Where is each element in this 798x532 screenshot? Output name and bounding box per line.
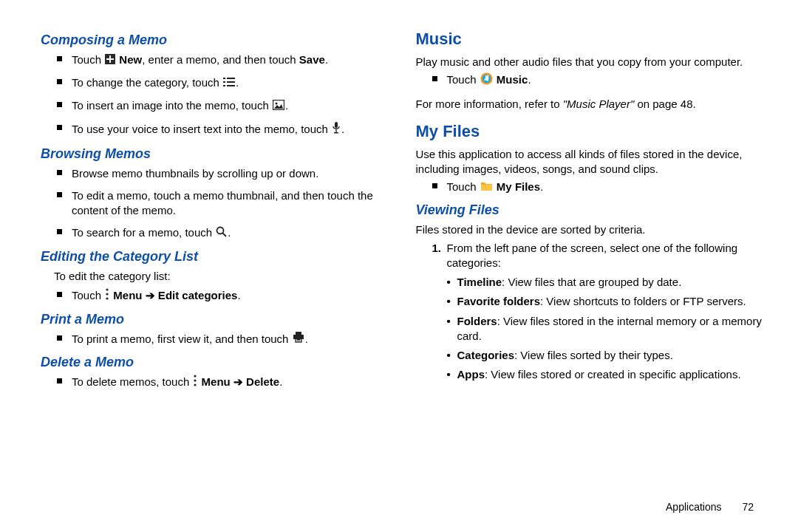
image-icon bbox=[273, 99, 284, 114]
myfiles-list: Touch My Files. bbox=[416, 180, 765, 195]
svg-point-17 bbox=[106, 293, 109, 296]
heading-delete-memo: Delete a Memo bbox=[41, 355, 390, 370]
svg-point-16 bbox=[106, 289, 109, 291]
left-column: Composing a Memo Touch New, enter a memo… bbox=[41, 30, 390, 398]
svg-rect-6 bbox=[227, 81, 235, 83]
microphone-icon bbox=[332, 121, 341, 138]
list-item: Apps: View files stored or created in sp… bbox=[447, 367, 765, 382]
footer-page-number: 72 bbox=[742, 501, 754, 513]
browsing-list: Browse memo thumbnails by scrolling up o… bbox=[41, 166, 390, 242]
viewing-intro: Files stored in the device are sorted by… bbox=[416, 222, 765, 237]
right-column: Music Play music and other audio files t… bbox=[416, 30, 765, 398]
heading-viewing-files: Viewing Files bbox=[416, 202, 765, 218]
folder-icon bbox=[480, 180, 493, 195]
music-ref: For more information, refer to "Music Pl… bbox=[416, 97, 765, 112]
list-item: 1. From the left pane of the screen, sel… bbox=[432, 241, 765, 383]
list-item: Favorite folders: View shortcuts to fold… bbox=[447, 294, 765, 309]
list-item: Touch Music. bbox=[432, 72, 765, 89]
svg-rect-3 bbox=[223, 78, 225, 79]
svg-line-15 bbox=[223, 233, 227, 237]
list-item: To delete memos, touch Menu ➔ Delete. bbox=[57, 375, 390, 391]
music-list: Touch Music. bbox=[416, 72, 765, 89]
delete-list: To delete memos, touch Menu ➔ Delete. bbox=[41, 375, 390, 391]
heading-music: Music bbox=[416, 30, 765, 49]
svg-point-24 bbox=[194, 375, 197, 377]
svg-point-10 bbox=[275, 103, 277, 105]
svg-rect-2 bbox=[106, 58, 114, 60]
list-item: To search for a memo, touch . bbox=[57, 225, 390, 241]
list-item: Touch Menu ➔ Edit categories. bbox=[57, 288, 390, 304]
list-item: To use your voice to insert text into th… bbox=[57, 121, 390, 138]
search-icon bbox=[216, 226, 227, 241]
viewing-ol: 1. From the left pane of the screen, sel… bbox=[416, 241, 765, 383]
heading-composing-memo: Composing a Memo bbox=[41, 33, 390, 48]
footer-section: Applications bbox=[666, 501, 722, 513]
svg-rect-7 bbox=[223, 85, 225, 86]
svg-rect-4 bbox=[227, 78, 235, 79]
heading-browsing-memos: Browsing Memos bbox=[41, 146, 390, 162]
list-item: To edit a memo, touch a memo thumbnail, … bbox=[57, 188, 390, 219]
list-item: Folders: View files stored in the intern… bbox=[447, 314, 765, 344]
list-item: Browse memo thumbnails by scrolling up o… bbox=[57, 166, 390, 181]
heading-print-memo: Print a Memo bbox=[41, 312, 390, 327]
list-item: Categories: View files sorted by their t… bbox=[447, 348, 765, 363]
heading-editing-category: Editing the Category List bbox=[41, 249, 390, 265]
svg-rect-12 bbox=[335, 129, 336, 132]
composing-list: Touch New, enter a memo, and then touch … bbox=[41, 52, 390, 139]
list-item: Touch New, enter a memo, and then touch … bbox=[57, 52, 390, 68]
svg-rect-8 bbox=[227, 85, 235, 86]
list-item: To insert an image into the memo, touch … bbox=[57, 98, 390, 114]
plus-icon bbox=[105, 53, 115, 68]
menu-dots-icon bbox=[105, 288, 109, 304]
categories-list: Timeline: View files that are grouped by… bbox=[447, 275, 765, 383]
page-footer: Applications 72 bbox=[666, 501, 754, 513]
svg-point-25 bbox=[194, 379, 197, 381]
print-list: To print a memo, first view it, and then… bbox=[41, 332, 390, 347]
music-intro: Play music and other audio files that yo… bbox=[416, 55, 765, 69]
svg-rect-19 bbox=[296, 332, 301, 335]
svg-rect-5 bbox=[223, 81, 225, 83]
list-menu-icon bbox=[223, 76, 235, 91]
list-item: To print a memo, first view it, and then… bbox=[57, 332, 390, 347]
music-app-icon bbox=[480, 72, 493, 89]
heading-my-files: My Files bbox=[416, 122, 765, 141]
list-item: To change the category, touch . bbox=[57, 75, 390, 91]
svg-rect-13 bbox=[334, 132, 338, 134]
list-item: Timeline: View files that are grouped by… bbox=[447, 275, 765, 290]
printer-icon bbox=[293, 332, 304, 347]
editing-intro: To edit the category list: bbox=[54, 269, 390, 284]
svg-point-26 bbox=[194, 383, 197, 386]
list-item: Touch My Files. bbox=[432, 180, 765, 195]
svg-point-18 bbox=[106, 298, 109, 300]
svg-point-14 bbox=[217, 228, 224, 234]
svg-rect-11 bbox=[335, 122, 338, 128]
myfiles-intro: Use this application to access all kinds… bbox=[416, 147, 765, 177]
menu-dots-icon bbox=[193, 375, 197, 390]
editing-list: Touch Menu ➔ Edit categories. bbox=[41, 288, 390, 304]
